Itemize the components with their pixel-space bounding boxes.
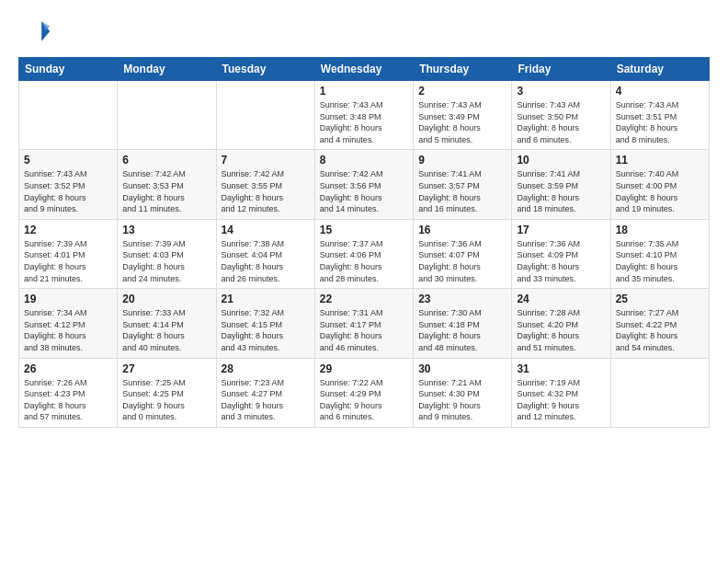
calendar-cell: 8Sunrise: 7:42 AM Sunset: 3:56 PM Daylig… xyxy=(314,150,413,219)
day-number: 25 xyxy=(616,293,704,305)
week-row-1: 5Sunrise: 7:43 AM Sunset: 3:52 PM Daylig… xyxy=(19,150,710,219)
day-info: Sunrise: 7:34 AM Sunset: 4:12 PM Dayligh… xyxy=(24,307,112,353)
calendar-cell: 27Sunrise: 7:25 AM Sunset: 4:25 PM Dayli… xyxy=(118,358,216,427)
calendar-cell: 29Sunrise: 7:22 AM Sunset: 4:29 PM Dayli… xyxy=(314,358,413,427)
calendar-cell: 6Sunrise: 7:42 AM Sunset: 3:53 PM Daylig… xyxy=(118,150,216,219)
weekday-header-thursday: Thursday xyxy=(414,58,512,81)
day-number: 17 xyxy=(517,224,605,236)
day-number: 5 xyxy=(24,154,112,167)
day-info: Sunrise: 7:23 AM Sunset: 4:27 PM Dayligh… xyxy=(222,377,310,423)
day-number: 30 xyxy=(418,362,506,375)
logo xyxy=(18,15,55,48)
day-info: Sunrise: 7:41 AM Sunset: 3:59 PM Dayligh… xyxy=(517,168,605,214)
day-info: Sunrise: 7:42 AM Sunset: 3:53 PM Dayligh… xyxy=(122,168,210,214)
calendar-cell: 26Sunrise: 7:26 AM Sunset: 4:23 PM Dayli… xyxy=(19,358,118,427)
calendar-cell: 24Sunrise: 7:28 AM Sunset: 4:20 PM Dayli… xyxy=(512,289,610,358)
day-info: Sunrise: 7:26 AM Sunset: 4:23 PM Dayligh… xyxy=(24,377,112,423)
calendar-cell: 17Sunrise: 7:36 AM Sunset: 4:09 PM Dayli… xyxy=(512,219,610,288)
header xyxy=(18,15,710,48)
day-info: Sunrise: 7:40 AM Sunset: 4:00 PM Dayligh… xyxy=(616,168,704,214)
day-info: Sunrise: 7:28 AM Sunset: 4:20 PM Dayligh… xyxy=(517,307,605,353)
day-info: Sunrise: 7:43 AM Sunset: 3:52 PM Dayligh… xyxy=(24,168,112,214)
calendar-cell: 9Sunrise: 7:41 AM Sunset: 3:57 PM Daylig… xyxy=(414,150,512,219)
calendar-cell: 31Sunrise: 7:19 AM Sunset: 4:32 PM Dayli… xyxy=(512,358,610,427)
day-info: Sunrise: 7:43 AM Sunset: 3:50 PM Dayligh… xyxy=(517,99,605,145)
day-number: 13 xyxy=(122,224,210,236)
day-number: 18 xyxy=(616,224,704,236)
day-number: 20 xyxy=(122,293,210,305)
week-row-2: 12Sunrise: 7:39 AM Sunset: 4:01 PM Dayli… xyxy=(19,219,710,288)
day-number: 6 xyxy=(122,154,210,167)
calendar-cell: 10Sunrise: 7:41 AM Sunset: 3:59 PM Dayli… xyxy=(512,150,610,219)
day-info: Sunrise: 7:21 AM Sunset: 4:30 PM Dayligh… xyxy=(418,377,506,423)
day-number: 7 xyxy=(222,154,310,167)
day-info: Sunrise: 7:33 AM Sunset: 4:14 PM Dayligh… xyxy=(122,307,210,353)
day-number: 29 xyxy=(320,362,408,375)
day-info: Sunrise: 7:36 AM Sunset: 4:09 PM Dayligh… xyxy=(517,238,605,284)
calendar-cell: 7Sunrise: 7:42 AM Sunset: 3:55 PM Daylig… xyxy=(216,150,314,219)
calendar-cell: 16Sunrise: 7:36 AM Sunset: 4:07 PM Dayli… xyxy=(414,219,512,288)
calendar-cell: 18Sunrise: 7:35 AM Sunset: 4:10 PM Dayli… xyxy=(610,219,709,288)
weekday-header-wednesday: Wednesday xyxy=(314,58,413,81)
calendar-cell: 1Sunrise: 7:43 AM Sunset: 3:48 PM Daylig… xyxy=(314,81,413,150)
calendar-cell xyxy=(216,81,314,150)
calendar-cell: 3Sunrise: 7:43 AM Sunset: 3:50 PM Daylig… xyxy=(512,81,610,150)
day-info: Sunrise: 7:42 AM Sunset: 3:55 PM Dayligh… xyxy=(222,168,310,214)
weekday-header-monday: Monday xyxy=(118,58,216,81)
day-number: 28 xyxy=(222,362,310,375)
day-number: 2 xyxy=(418,85,506,98)
day-info: Sunrise: 7:31 AM Sunset: 4:17 PM Dayligh… xyxy=(320,307,408,353)
calendar-cell: 5Sunrise: 7:43 AM Sunset: 3:52 PM Daylig… xyxy=(19,150,118,219)
day-number: 21 xyxy=(222,293,310,305)
day-number: 23 xyxy=(418,293,506,305)
day-number: 4 xyxy=(616,85,704,98)
calendar-cell: 25Sunrise: 7:27 AM Sunset: 4:22 PM Dayli… xyxy=(610,289,709,358)
day-number: 10 xyxy=(517,154,605,167)
day-info: Sunrise: 7:43 AM Sunset: 3:51 PM Dayligh… xyxy=(616,99,704,145)
calendar-cell xyxy=(118,81,216,150)
calendar-cell: 4Sunrise: 7:43 AM Sunset: 3:51 PM Daylig… xyxy=(610,81,709,150)
weekday-header-saturday: Saturday xyxy=(610,58,709,81)
week-row-3: 19Sunrise: 7:34 AM Sunset: 4:12 PM Dayli… xyxy=(19,289,710,358)
calendar-cell: 11Sunrise: 7:40 AM Sunset: 4:00 PM Dayli… xyxy=(610,150,709,219)
day-number: 11 xyxy=(616,154,704,167)
day-number: 12 xyxy=(24,224,112,236)
day-info: Sunrise: 7:35 AM Sunset: 4:10 PM Dayligh… xyxy=(616,238,704,284)
calendar-cell xyxy=(610,358,709,427)
page: SundayMondayTuesdayWednesdayThursdayFrid… xyxy=(0,0,728,563)
weekday-header-friday: Friday xyxy=(512,58,610,81)
day-number: 15 xyxy=(320,224,408,236)
day-number: 1 xyxy=(320,85,408,98)
day-number: 3 xyxy=(517,85,605,98)
day-info: Sunrise: 7:37 AM Sunset: 4:06 PM Dayligh… xyxy=(320,238,408,284)
day-number: 31 xyxy=(517,362,605,375)
day-info: Sunrise: 7:39 AM Sunset: 4:03 PM Dayligh… xyxy=(122,238,210,284)
day-info: Sunrise: 7:43 AM Sunset: 3:48 PM Dayligh… xyxy=(320,99,408,145)
day-info: Sunrise: 7:42 AM Sunset: 3:56 PM Dayligh… xyxy=(320,168,408,214)
day-number: 14 xyxy=(222,224,310,236)
calendar-cell: 12Sunrise: 7:39 AM Sunset: 4:01 PM Dayli… xyxy=(19,219,118,288)
calendar: SundayMondayTuesdayWednesdayThursdayFrid… xyxy=(18,57,710,428)
calendar-cell: 21Sunrise: 7:32 AM Sunset: 4:15 PM Dayli… xyxy=(216,289,314,358)
week-row-4: 26Sunrise: 7:26 AM Sunset: 4:23 PM Dayli… xyxy=(19,358,710,427)
weekday-header-tuesday: Tuesday xyxy=(216,58,314,81)
calendar-cell: 22Sunrise: 7:31 AM Sunset: 4:17 PM Dayli… xyxy=(314,289,413,358)
day-info: Sunrise: 7:39 AM Sunset: 4:01 PM Dayligh… xyxy=(24,238,112,284)
day-info: Sunrise: 7:22 AM Sunset: 4:29 PM Dayligh… xyxy=(320,377,408,423)
day-info: Sunrise: 7:25 AM Sunset: 4:25 PM Dayligh… xyxy=(122,377,210,423)
day-info: Sunrise: 7:36 AM Sunset: 4:07 PM Dayligh… xyxy=(418,238,506,284)
day-info: Sunrise: 7:27 AM Sunset: 4:22 PM Dayligh… xyxy=(616,307,704,353)
week-row-0: 1Sunrise: 7:43 AM Sunset: 3:48 PM Daylig… xyxy=(19,81,710,150)
day-number: 9 xyxy=(418,154,506,167)
calendar-cell: 30Sunrise: 7:21 AM Sunset: 4:30 PM Dayli… xyxy=(414,358,512,427)
weekday-header-row: SundayMondayTuesdayWednesdayThursdayFrid… xyxy=(19,58,710,81)
day-info: Sunrise: 7:19 AM Sunset: 4:32 PM Dayligh… xyxy=(517,377,605,423)
day-number: 26 xyxy=(24,362,112,375)
calendar-cell: 28Sunrise: 7:23 AM Sunset: 4:27 PM Dayli… xyxy=(216,358,314,427)
calendar-cell: 19Sunrise: 7:34 AM Sunset: 4:12 PM Dayli… xyxy=(19,289,118,358)
calendar-cell: 15Sunrise: 7:37 AM Sunset: 4:06 PM Dayli… xyxy=(314,219,413,288)
day-number: 27 xyxy=(122,362,210,375)
calendar-cell: 13Sunrise: 7:39 AM Sunset: 4:03 PM Dayli… xyxy=(118,219,216,288)
calendar-cell: 23Sunrise: 7:30 AM Sunset: 4:18 PM Dayli… xyxy=(414,289,512,358)
day-info: Sunrise: 7:41 AM Sunset: 3:57 PM Dayligh… xyxy=(418,168,506,214)
